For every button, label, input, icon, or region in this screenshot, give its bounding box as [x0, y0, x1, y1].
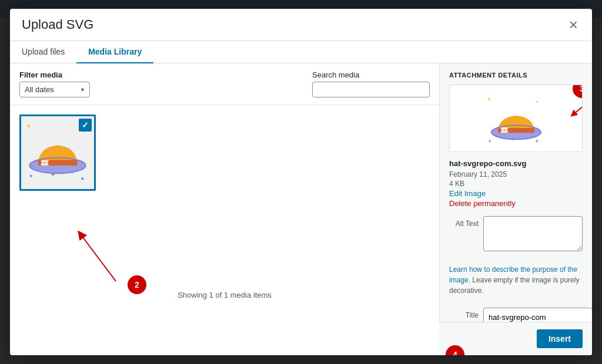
upload-svg-modal: Upload SVG × Upload files Media Library …: [10, 9, 592, 355]
svg-text:✦: ✦: [486, 96, 491, 102]
svg-point-9: [41, 160, 44, 162]
filter-group: Filter media All dates: [19, 70, 90, 97]
attachment-fields: Alt Text: [440, 209, 592, 264]
svg-text:✦: ✦: [488, 139, 491, 144]
svg-text:✦: ✦: [26, 123, 31, 130]
search-label: Search media: [312, 70, 430, 79]
annotation-3: 3: [573, 85, 583, 98]
title-label: Title: [449, 308, 479, 319]
svg-point-12: [45, 163, 49, 166]
filter-select[interactable]: All dates: [19, 82, 90, 97]
annotation-2: 2: [128, 275, 146, 294]
attachment-filename: hat-svgrepo-com.svg: [440, 159, 592, 170]
svg-line-15: [81, 234, 116, 281]
alt-text-input[interactable]: [483, 216, 583, 251]
modal-tabs: Upload files Media Library: [10, 41, 592, 63]
attachment-details-header: ATTACHMENT DETAILS: [440, 63, 592, 85]
svg-text:✦: ✦: [29, 173, 34, 179]
filter-select-wrapper: All dates: [19, 82, 90, 97]
alt-text-row: Alt Text: [449, 216, 583, 251]
alt-text-help: Learn how to describe the purpose of the…: [440, 264, 592, 296]
svg-point-25: [500, 127, 504, 130]
attachment-filesize: 4 KB: [440, 180, 592, 189]
svg-point-24: [503, 129, 506, 132]
svg-point-28: [504, 131, 508, 133]
attachment-sidebar: ATTACHMENT DETAILS 3 ✦ ✦ ✦ ✦: [439, 63, 592, 355]
delete-permanently-link[interactable]: Delete permanently: [440, 199, 592, 209]
modal-overlay: Upload SVG × Upload files Media Library …: [0, 0, 602, 364]
annotation-3-arrow: [567, 103, 583, 120]
attachment-date: February 11, 2025: [440, 170, 592, 180]
media-area: Filter media All dates Search media: [10, 63, 439, 355]
svg-line-30: [573, 106, 583, 114]
modal-title: Upload SVG: [22, 17, 93, 32]
modal-close-button[interactable]: ×: [567, 17, 580, 32]
tab-media-library[interactable]: Media Library: [76, 41, 153, 63]
attachment-preview: 3 ✦ ✦ ✦ ✦: [449, 85, 583, 152]
svg-point-8: [44, 161, 46, 164]
svg-point-11: [41, 163, 44, 166]
media-grid: ✓ ✦ ✦ ✦ ✦: [19, 114, 430, 191]
search-input[interactable]: [312, 82, 430, 97]
media-status: Showing 1 of 1 media items: [19, 279, 430, 311]
insert-button[interactable]: Insert: [537, 329, 583, 348]
modal-header: Upload SVG ×: [10, 9, 592, 41]
alt-text-label: Alt Text: [449, 216, 479, 228]
media-toolbar: Filter media All dates Search media: [10, 63, 439, 105]
svg-point-27: [500, 131, 504, 133]
svg-text:✦: ✦: [80, 176, 85, 182]
edit-image-link[interactable]: Edit Image: [440, 189, 592, 199]
svg-text:✦: ✦: [535, 99, 539, 105]
svg-text:◦: ◦: [72, 170, 73, 176]
media-grid-area: ✓ ✦ ✦ ✦ ✦: [10, 105, 439, 355]
filter-label: Filter media: [19, 70, 90, 79]
svg-text:✦: ✦: [51, 171, 55, 178]
svg-point-26: [504, 127, 508, 130]
svg-point-10: [45, 160, 49, 162]
tab-upload-files[interactable]: Upload files: [10, 41, 76, 63]
media-status-text: Showing 1 of 1 media items: [178, 291, 272, 299]
alt-text-help-suffix: . Leave empty if the image is purely dec…: [449, 276, 579, 295]
media-item-checkmark: ✓: [79, 119, 92, 132]
media-item[interactable]: ✓ ✦ ✦ ✦ ✦: [19, 114, 96, 191]
modal-body: Filter media All dates Search media: [10, 63, 592, 355]
search-group: Search media: [312, 70, 430, 97]
attachment-preview-svg: ✦ ✦ ✦ ✦ ✦: [484, 90, 549, 146]
svg-text:✦: ✦: [535, 139, 539, 144]
svg-text:✦: ✦: [510, 137, 514, 142]
